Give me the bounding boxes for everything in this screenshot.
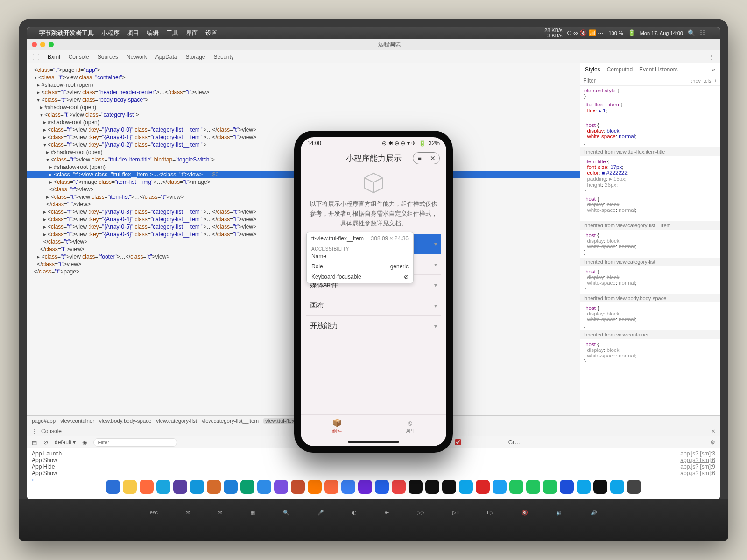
dock-app-10[interactable] bbox=[274, 480, 288, 494]
breadcrumb[interactable]: view.body.body-space bbox=[99, 418, 151, 424]
breadcrumb[interactable]: page#app bbox=[32, 418, 56, 424]
console-context[interactable]: default ▾ bbox=[55, 439, 76, 446]
phone-list-item[interactable]: 画布▾ bbox=[306, 295, 441, 316]
style-rules[interactable]: element.style { }.ttui-flex__item { … fl… bbox=[580, 86, 720, 415]
console-clear-icon[interactable]: ⊘ bbox=[43, 439, 48, 446]
style-block[interactable]: .item-title { … font-size: 17px; color: … bbox=[584, 159, 716, 193]
dock-app-31[interactable] bbox=[627, 480, 641, 494]
side-tab-event-listeners[interactable]: Event Listeners bbox=[639, 66, 678, 73]
dock-app-18[interactable] bbox=[409, 480, 423, 494]
console-row[interactable]: App Showapp.js? [sm]:6 bbox=[32, 470, 715, 476]
styles-filter-input[interactable] bbox=[583, 77, 691, 84]
dock-app-0[interactable] bbox=[106, 480, 120, 494]
console-tab-label[interactable]: Console bbox=[41, 428, 62, 434]
style-block[interactable]: :host { … display: block; white-space: n… bbox=[584, 269, 716, 291]
dock-app-20[interactable] bbox=[442, 480, 456, 494]
dock-app-6[interactable] bbox=[207, 480, 221, 494]
menu-工具[interactable]: 工具 bbox=[166, 29, 178, 37]
console-row[interactable]: App Hideapp.js? [sm]:9 bbox=[32, 463, 715, 470]
close-icon[interactable] bbox=[32, 42, 37, 47]
menu-icon[interactable]: ≣ bbox=[710, 29, 715, 36]
style-block[interactable]: :host { … display: block; white-space: n… bbox=[584, 342, 716, 364]
add-rule-button[interactable]: + bbox=[714, 78, 717, 84]
capsule-close-icon[interactable]: ✕ bbox=[426, 153, 439, 164]
style-block[interactable]: element.style { } bbox=[584, 88, 716, 99]
console-filter-input[interactable] bbox=[93, 438, 177, 447]
dom-line[interactable]: ▸ #shadow-root (open) bbox=[27, 119, 580, 126]
dock-app-17[interactable] bbox=[392, 480, 406, 494]
dock-app-4[interactable] bbox=[173, 480, 187, 494]
dom-line[interactable]: ▸ #shadow-root (open) bbox=[27, 81, 580, 89]
dock-app-12[interactable] bbox=[308, 480, 322, 494]
phone-category-list[interactable]: tt-view.ttui-flex__item 308.09 × 24.36 A… bbox=[301, 234, 446, 414]
menu-设置[interactable]: 设置 bbox=[205, 29, 218, 37]
breadcrumb[interactable]: view.category-list__item bbox=[202, 418, 259, 424]
breadcrumb[interactable]: view.container bbox=[60, 418, 94, 424]
dock-app-9[interactable] bbox=[257, 480, 271, 494]
phone-home-indicator[interactable] bbox=[301, 438, 446, 446]
dock-app-29[interactable] bbox=[593, 480, 607, 494]
minimize-icon[interactable] bbox=[40, 42, 45, 47]
dock-app-22[interactable] bbox=[476, 480, 490, 494]
dock-app-21[interactable] bbox=[459, 480, 473, 494]
style-block[interactable]: :host { … display: block; white-space: n… bbox=[584, 232, 716, 255]
menu-界面[interactable]: 界面 bbox=[186, 29, 198, 37]
capsule-menu-icon[interactable]: ≡ bbox=[413, 153, 426, 164]
devtools-more-icon[interactable]: ⋮ bbox=[709, 54, 714, 60]
side-tab-styles[interactable]: Styles bbox=[585, 66, 600, 73]
dom-line[interactable]: ▸ <class="t">view :key="{Array-0-0}" cla… bbox=[27, 126, 580, 133]
dom-line[interactable]: <class="t">page id="app"> bbox=[27, 66, 580, 74]
menu-小程序[interactable]: 小程序 bbox=[101, 29, 120, 37]
dom-line[interactable]: ▾ <class="t">view class="body body-space… bbox=[27, 96, 580, 104]
phone-tab-API[interactable]: ⎋API bbox=[374, 415, 446, 438]
side-tab-computed[interactable]: Computed bbox=[607, 66, 633, 73]
dom-line[interactable]: ▾ <class="t">view class="container"> bbox=[27, 74, 580, 81]
dock-app-15[interactable] bbox=[358, 480, 372, 494]
dom-line[interactable]: ▸ <class="t">view class="header header-c… bbox=[27, 89, 580, 96]
phone-tab-组件[interactable]: 📦组件 bbox=[301, 415, 374, 438]
menu-编辑[interactable]: 编辑 bbox=[147, 29, 159, 37]
devtools-tab-storage[interactable]: Storage bbox=[185, 54, 205, 60]
dock-app-30[interactable] bbox=[610, 480, 624, 494]
search-icon[interactable]: 🔍 bbox=[688, 29, 695, 36]
dock-app-13[interactable] bbox=[324, 480, 338, 494]
breadcrumb[interactable]: view.category-list bbox=[156, 418, 197, 424]
menu-项目[interactable]: 项目 bbox=[127, 29, 139, 37]
control-center-icon[interactable]: ☷ bbox=[700, 29, 705, 36]
side-more-icon[interactable]: » bbox=[712, 66, 715, 73]
dock-app-7[interactable] bbox=[224, 480, 238, 494]
console-sidebar-icon[interactable]: ▤ bbox=[32, 439, 37, 446]
pseudo-hov-button[interactable]: :hov bbox=[691, 78, 701, 84]
dock-app-28[interactable] bbox=[577, 480, 591, 494]
zoom-icon[interactable] bbox=[49, 42, 54, 47]
dock-app-1[interactable] bbox=[123, 480, 137, 494]
phone-tabbar[interactable]: 📦组件⎋API bbox=[301, 414, 446, 438]
devtools-tab-console[interactable]: Console bbox=[69, 54, 89, 60]
phone-capsule[interactable]: ≡ ✕ bbox=[413, 152, 440, 164]
dock-app-8[interactable] bbox=[240, 480, 254, 494]
dock-app-11[interactable] bbox=[291, 480, 305, 494]
console-settings-icon[interactable]: ⚙ bbox=[710, 439, 715, 446]
console-close-icon[interactable]: × bbox=[712, 427, 715, 435]
dock-app-2[interactable] bbox=[140, 480, 154, 494]
dock-app-26[interactable] bbox=[543, 480, 557, 494]
console-row[interactable]: App Showapp.js? [sm]:6 bbox=[32, 457, 715, 463]
traffic-lights[interactable] bbox=[27, 42, 58, 47]
mac-dock[interactable] bbox=[101, 477, 646, 497]
style-block[interactable]: .ttui-flex__item { … flex: ▸ 1;} bbox=[584, 102, 716, 119]
dock-app-16[interactable] bbox=[375, 480, 389, 494]
devtools-tab-appdata[interactable]: AppData bbox=[155, 54, 177, 60]
dock-app-23[interactable] bbox=[493, 480, 507, 494]
dock-app-19[interactable] bbox=[425, 480, 439, 494]
cls-button[interactable]: .cls bbox=[704, 78, 712, 84]
console-live-icon[interactable]: ◉ bbox=[82, 439, 87, 446]
style-block[interactable]: :host { … display: block; white-space: n… bbox=[584, 122, 716, 145]
dock-app-14[interactable] bbox=[341, 480, 355, 494]
console-drawer-toggle-icon[interactable]: ⋮ bbox=[32, 428, 37, 434]
dock-app-27[interactable] bbox=[560, 480, 574, 494]
devtools-tab-security[interactable]: Security bbox=[213, 54, 233, 60]
dock-app-3[interactable] bbox=[156, 480, 170, 494]
inspect-icon[interactable] bbox=[33, 54, 39, 60]
dock-app-5[interactable] bbox=[190, 480, 204, 494]
app-title[interactable]: 字节跳动开发者工具 bbox=[39, 29, 94, 37]
